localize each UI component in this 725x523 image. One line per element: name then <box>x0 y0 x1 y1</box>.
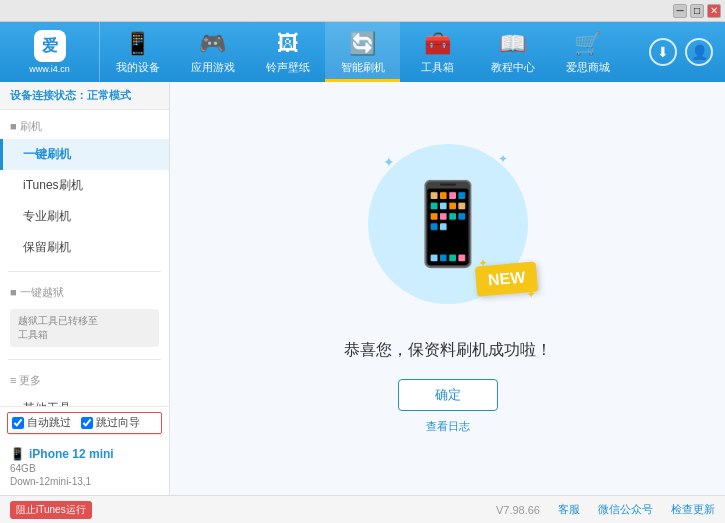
close-button[interactable]: ✕ <box>707 4 721 18</box>
nav-guide-label: 教程中心 <box>491 60 535 75</box>
sidebar-divider-2 <box>8 359 161 360</box>
status-label: 设备连接状态： <box>10 89 87 101</box>
nav-guide-icon: 📖 <box>499 31 526 57</box>
sparkle-tl-icon: ✦ <box>383 154 395 170</box>
stop-itunes-button[interactable]: 阻止iTunes运行 <box>10 501 92 519</box>
logo-area: 爱 www.i4.cn <box>0 22 100 82</box>
nav-tools-icon: 🧰 <box>424 31 451 57</box>
jump-wizard-input[interactable] <box>81 417 93 429</box>
section-jailbreak-header: ■ 一键越狱 <box>0 280 169 305</box>
section-flash-title: ■ 刷机 <box>10 119 42 134</box>
nav-my-device[interactable]: 📱 我的设备 <box>100 22 175 82</box>
auto-jump-label: 自动跳过 <box>27 415 71 430</box>
logo-icon: 爱 <box>34 30 66 62</box>
confirm-label: 确定 <box>435 386 461 404</box>
view-log-link[interactable]: 查看日志 <box>426 419 470 434</box>
nav-my-device-icon: 📱 <box>124 31 151 57</box>
version-text: V7.98.66 <box>496 504 540 516</box>
device-model: Down-12mini-13,1 <box>10 476 159 487</box>
nav-my-device-label: 我的设备 <box>116 60 160 75</box>
nav-apps-icon: 🎮 <box>199 31 226 57</box>
nav-apps[interactable]: 🎮 应用游戏 <box>175 22 250 82</box>
title-bar: ─ □ ✕ <box>0 0 725 22</box>
update-link[interactable]: 检查更新 <box>671 502 715 517</box>
device-name-text: iPhone 12 mini <box>29 447 114 461</box>
user-button[interactable]: 👤 <box>685 38 713 66</box>
top-nav: 爱 www.i4.cn 📱 我的设备 🎮 应用游戏 🖼 铃声壁纸 🔄 智能刷机 … <box>0 22 725 82</box>
nav-wallpaper-icon: 🖼 <box>277 31 299 57</box>
sidebar-itunes-flash[interactable]: iTunes刷机 <box>0 170 169 201</box>
jump-wizard-label: 跳过向导 <box>96 415 140 430</box>
section-more-title: ≡ 更多 <box>10 373 41 388</box>
nav-smart-flash-label: 智能刷机 <box>341 60 385 75</box>
jump-wizard-checkbox[interactable]: 跳过向导 <box>81 415 140 430</box>
nav-apps-label: 应用游戏 <box>191 60 235 75</box>
nav-shop-label: 爱思商城 <box>566 60 610 75</box>
device-info: 📱 iPhone 12 mini 64GB Down-12mini-13,1 <box>0 439 169 495</box>
sparkle-tr-icon: ✦ <box>498 152 508 166</box>
section-flash: ■ 刷机 一键刷机 iTunes刷机 专业刷机 保留刷机 <box>0 110 169 267</box>
section-jailbreak: ■ 一键越狱 越狱工具已转移至 工具箱 <box>0 276 169 355</box>
phone-circle: ✦ ✦ 📱 NEW <box>368 144 528 304</box>
success-text: 恭喜您，保资料刷机成功啦！ <box>344 340 552 361</box>
sidebar-keepdata-flash[interactable]: 保留刷机 <box>0 232 169 263</box>
nav-wallpaper[interactable]: 🖼 铃声壁纸 <box>250 22 325 82</box>
success-illustration: ✦ ✦ 📱 NEW <box>368 144 528 320</box>
minimize-button[interactable]: ─ <box>673 4 687 18</box>
sidebar-onekey-flash[interactable]: 一键刷机 <box>0 139 169 170</box>
sidebar-divider-1 <box>8 271 161 272</box>
nav-smart-flash-icon: 🔄 <box>349 31 376 57</box>
nav-items: 📱 我的设备 🎮 应用游戏 🖼 铃声壁纸 🔄 智能刷机 🧰 工具箱 📖 教程中心… <box>100 22 649 82</box>
confirm-button[interactable]: 确定 <box>398 379 498 411</box>
nav-guide[interactable]: 📖 教程中心 <box>475 22 550 82</box>
nav-wallpaper-label: 铃声壁纸 <box>266 60 310 75</box>
section-more-header: ≡ 更多 <box>0 368 169 393</box>
checkboxes-row: 自动跳过 跳过向导 <box>6 411 163 435</box>
nav-shop-icon: 🛒 <box>574 31 601 57</box>
device-capacity: 64GB <box>10 463 159 474</box>
connection-status: 设备连接状态：正常模式 <box>0 82 169 110</box>
bottom-right: V7.98.66 客服 微信公众号 检查更新 <box>496 502 715 517</box>
download-button[interactable]: ⬇ <box>649 38 677 66</box>
content-area: ✦ ✦ 📱 NEW 恭喜您，保资料刷机成功啦！ 确定 查看日志 <box>170 82 725 495</box>
nav-right: ⬇ 👤 <box>649 38 725 66</box>
logo-text-icon: 爱 <box>42 36 58 57</box>
auto-jump-checkbox[interactable]: 自动跳过 <box>12 415 71 430</box>
support-link[interactable]: 客服 <box>558 502 580 517</box>
auto-jump-input[interactable] <box>12 417 24 429</box>
logo-url: www.i4.cn <box>29 64 70 74</box>
jailbreak-note: 越狱工具已转移至 工具箱 <box>10 309 159 347</box>
restore-button[interactable]: □ <box>690 4 704 18</box>
bottom-left: 阻止iTunes运行 <box>10 501 92 519</box>
section-flash-header: ■ 刷机 <box>0 114 169 139</box>
device-section: 自动跳过 跳过向导 📱 iPhone 12 mini 64GB Down-12m… <box>0 406 170 495</box>
sidebar-pro-flash[interactable]: 专业刷机 <box>0 201 169 232</box>
nav-tools[interactable]: 🧰 工具箱 <box>400 22 475 82</box>
device-phone-icon: 📱 <box>10 447 25 461</box>
bottom-bar: 阻止iTunes运行 V7.98.66 客服 微信公众号 检查更新 <box>0 495 725 523</box>
status-value: 正常模式 <box>87 89 131 101</box>
new-badge: NEW <box>475 261 539 296</box>
nav-smart-flash[interactable]: 🔄 智能刷机 <box>325 22 400 82</box>
section-jailbreak-title: ■ 一键越狱 <box>10 285 64 300</box>
nav-tools-label: 工具箱 <box>421 60 454 75</box>
wechat-link[interactable]: 微信公众号 <box>598 502 653 517</box>
device-name: 📱 iPhone 12 mini <box>10 447 159 461</box>
phone-icon: 📱 <box>398 177 498 271</box>
nav-shop[interactable]: 🛒 爱思商城 <box>550 22 625 82</box>
